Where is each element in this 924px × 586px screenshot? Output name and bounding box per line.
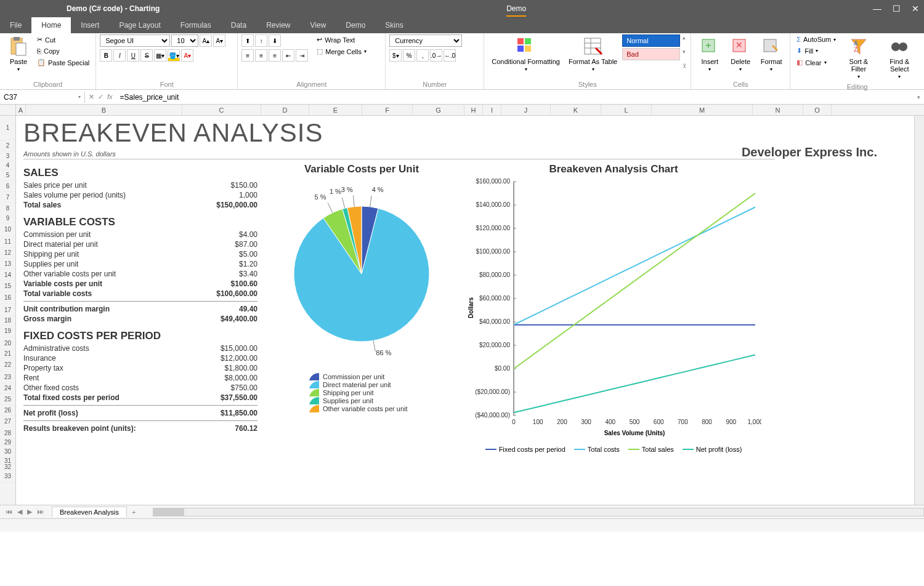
style-bad[interactable]: Bad [622, 48, 680, 60]
decrease-font-button[interactable]: A▾ [213, 34, 225, 47]
col-header-A[interactable]: A [16, 105, 26, 115]
align-bottom-button[interactable]: ⬇ [269, 34, 281, 47]
sheet-content[interactable]: BREAKEVEN ANALYSIS Developer Express Inc… [16, 116, 914, 505]
font-color-button[interactable]: A▾ [181, 49, 193, 62]
bold-button[interactable]: B [100, 49, 112, 62]
row-header-4[interactable]: 4 [0, 161, 15, 170]
sheet-nav-first[interactable]: ⏮ [4, 508, 14, 516]
gallery-more-button[interactable]: ⊻ [683, 63, 687, 69]
format-as-table-button[interactable]: Format As Table▾ [565, 34, 621, 74]
col-header-C[interactable]: C [182, 105, 261, 115]
sort-filter-button[interactable]: AZSort & Filter▾ [840, 34, 877, 82]
minimize-button[interactable]: — [873, 4, 881, 14]
tab-demo[interactable]: Demo [336, 17, 375, 33]
col-header-B[interactable]: B [26, 105, 182, 115]
add-sheet-button[interactable]: + [127, 507, 140, 517]
row-header-11[interactable]: 11 [0, 236, 15, 247]
tab-formulas[interactable]: Formulas [171, 17, 221, 33]
col-header-H[interactable]: H [464, 105, 483, 115]
row-header-21[interactable]: 21 [0, 350, 15, 358]
row-header-29[interactable]: 29 [0, 440, 15, 446]
format-cells-button[interactable]: Format▾ [756, 34, 786, 74]
row-header-26[interactable]: 26 [0, 405, 15, 416]
row-header-28[interactable]: 28 [0, 427, 15, 440]
row-header-12[interactable]: 12 [0, 247, 15, 259]
row-header-13[interactable]: 13 [0, 259, 15, 270]
row-header-8[interactable]: 8 [0, 203, 15, 214]
wrap-text-button[interactable]: ↩Wrap Text [314, 34, 369, 45]
decrease-indent-button[interactable]: ⇤ [282, 49, 294, 62]
col-header-D[interactable]: D [261, 105, 309, 115]
row-header-6[interactable]: 6 [0, 181, 15, 192]
align-middle-button[interactable]: ↕ [255, 34, 267, 47]
fill-color-button[interactable]: 🪣▾ [168, 49, 180, 62]
row-header-30[interactable]: 30 [0, 446, 15, 458]
row-header-16[interactable]: 16 [0, 292, 15, 304]
sheet-nav-last[interactable]: ⏭ [35, 508, 46, 516]
copy-button[interactable]: ⎘Copy [34, 46, 92, 56]
tab-data[interactable]: Data [221, 17, 256, 33]
row-header-7[interactable]: 7 [0, 192, 15, 203]
formula-expand-button[interactable]: ▾ [914, 94, 924, 100]
enter-formula-button[interactable]: ✓ [98, 93, 103, 101]
increase-decimal-button[interactable]: .0→ [430, 49, 442, 62]
font-size-select[interactable]: 10 [171, 34, 198, 47]
merge-cells-button[interactable]: ⬚Merge Cells▾ [314, 46, 369, 57]
col-header-L[interactable]: L [601, 105, 652, 115]
row-header-15[interactable]: 15 [0, 281, 15, 292]
decrease-decimal-button[interactable]: ←.0 [444, 49, 456, 62]
horizontal-scrollbar[interactable] [153, 508, 924, 516]
col-header-M[interactable]: M [652, 105, 753, 115]
col-header-F[interactable]: F [362, 105, 413, 115]
strikethrough-button[interactable]: S [140, 49, 153, 62]
percent-format-button[interactable]: % [403, 49, 415, 62]
row-header-9[interactable]: 9 [0, 214, 15, 223]
formula-input[interactable]: =Sales_price_unit [116, 92, 914, 103]
tab-home[interactable]: Home [31, 17, 71, 33]
sheet-nav-prev[interactable]: ◀ [15, 508, 24, 516]
cut-button[interactable]: ✂Cut [34, 34, 92, 45]
row-header-19[interactable]: 19 [0, 325, 15, 337]
row-header-24[interactable]: 24 [0, 383, 15, 394]
align-left-button[interactable]: ≡ [241, 49, 254, 62]
cancel-formula-button[interactable]: ✕ [89, 93, 94, 101]
align-top-button[interactable]: ⬆ [241, 34, 254, 47]
close-button[interactable]: ✕ [912, 4, 919, 14]
borders-button[interactable]: ▦▾ [154, 49, 166, 62]
row-header-3[interactable]: 3 [0, 151, 15, 161]
col-header-G[interactable]: G [413, 105, 464, 115]
fx-button[interactable]: fx [107, 93, 113, 101]
row-header-17[interactable]: 17 [0, 304, 15, 316]
tab-review[interactable]: Review [256, 17, 300, 33]
row-header-23[interactable]: 23 [0, 372, 15, 383]
row-header-25[interactable]: 25 [0, 394, 15, 405]
increase-font-button[interactable]: A▴ [200, 34, 212, 47]
find-select-button[interactable]: Find & Select▾ [879, 34, 920, 82]
row-header-20[interactable]: 20 [0, 337, 15, 350]
gallery-up-button[interactable]: ▴ [683, 34, 687, 41]
select-all-corner[interactable] [0, 105, 16, 115]
vertical-scrollbar[interactable] [914, 116, 924, 505]
align-center-button[interactable]: ≡ [255, 49, 267, 62]
col-header-E[interactable]: E [309, 105, 362, 115]
comma-format-button[interactable]: , [416, 49, 429, 62]
name-box[interactable]: C37▾ [0, 92, 85, 103]
col-header-I[interactable]: I [483, 105, 501, 115]
fill-button[interactable]: ⬇Fill▾ [794, 46, 838, 56]
italic-button[interactable]: I [113, 49, 126, 62]
autosum-button[interactable]: ΣAutoSum▾ [794, 34, 838, 44]
title-context-tab[interactable]: Demo [506, 4, 526, 17]
tab-view[interactable]: View [301, 17, 336, 33]
maximize-button[interactable]: ☐ [893, 4, 901, 14]
col-header-N[interactable]: N [753, 105, 803, 115]
row-header-1[interactable]: 1 [0, 116, 15, 140]
row-header-33[interactable]: 33 [0, 470, 15, 483]
number-format-select[interactable]: Currency [389, 34, 462, 47]
col-header-K[interactable]: K [551, 105, 601, 115]
align-right-button[interactable]: ≡ [269, 49, 281, 62]
accounting-format-button[interactable]: $▾ [389, 49, 402, 62]
row-header-32[interactable]: 32 [0, 464, 15, 470]
row-header-14[interactable]: 14 [0, 270, 15, 281]
delete-cells-button[interactable]: ✕Delete▾ [726, 34, 755, 74]
row-header-2[interactable]: 2 [0, 140, 15, 151]
